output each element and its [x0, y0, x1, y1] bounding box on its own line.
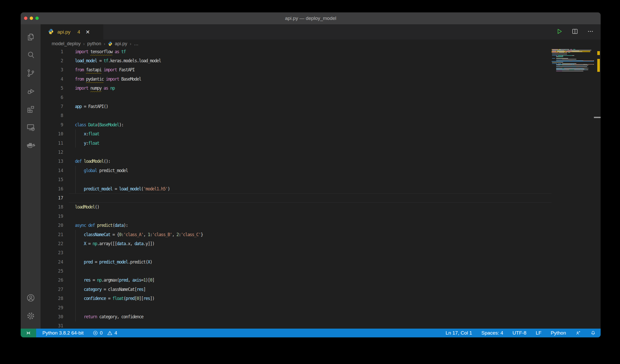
code-line-1[interactable]: 1import tensorflow as tf [41, 48, 601, 56]
code-line-23[interactable]: 23 [41, 248, 601, 257]
run-debug-icon[interactable] [21, 82, 41, 100]
close-window-button[interactable] [24, 17, 27, 20]
code-line-21[interactable]: 21 classNameCat = {0:'class_A', 1:'class… [41, 230, 601, 239]
encoding-setting[interactable]: UTF-8 [513, 330, 526, 336]
line-number: 15 [41, 177, 75, 182]
line-number: 8 [41, 113, 75, 118]
tab-api-py[interactable]: api.py 4 ✕ [41, 24, 103, 40]
code-line-6[interactable]: 6 [41, 93, 601, 102]
eol-setting[interactable]: LF [536, 330, 541, 336]
language-mode[interactable]: Python [551, 330, 566, 336]
run-button[interactable] [556, 28, 563, 36]
remote-indicator[interactable] [21, 329, 36, 337]
line-number: 16 [41, 186, 75, 191]
code-line-28[interactable]: 28 confidence = float(pred[0][res]) [41, 294, 601, 303]
window-title: api.py — deploy_model [21, 12, 601, 24]
code-line-26[interactable]: 26 res = np.argmax(pred, axis=1)[0] [41, 276, 601, 285]
breadcrumb-item-apipy[interactable]: api.py [108, 41, 127, 47]
line-number: 1 [41, 49, 75, 54]
breadcrumb-separator: › [83, 41, 85, 47]
docker-icon[interactable] [21, 136, 41, 154]
breadcrumb[interactable]: model_deploy›python› api.py›… [41, 40, 601, 48]
notifications-bell-icon[interactable] [590, 330, 596, 336]
code-line-16[interactable]: 16 predict_model = load_model('model1.h5… [41, 184, 601, 193]
overview-ruler [594, 48, 601, 329]
breadcrumb-item-python[interactable]: python [87, 41, 101, 47]
indentation-setting[interactable]: Spaces: 4 [481, 330, 503, 336]
code-line-24[interactable]: 24 pred = predict_model.predict(X) [41, 257, 601, 266]
line-number: 22 [41, 241, 75, 246]
tab-problems-badge: 4 [78, 29, 80, 35]
minimap[interactable] [552, 48, 601, 329]
code-line-18[interactable]: 18loadModel() [41, 203, 601, 212]
line-number: 14 [41, 168, 75, 173]
line-number: 28 [41, 296, 75, 301]
code-line-13[interactable]: 13def loadModel(): [41, 157, 601, 166]
line-number: 25 [41, 268, 75, 274]
explorer-icon[interactable] [21, 28, 41, 46]
breadcrumb-separator: › [104, 41, 105, 47]
code-line-15[interactable]: 15 [41, 175, 601, 184]
account-icon[interactable] [21, 289, 41, 307]
line-number: 6 [41, 95, 75, 100]
warning-count: 4 [114, 330, 117, 336]
scrollbar-mark [594, 117, 601, 118]
code-line-7[interactable]: 7app = FastAPI() [41, 102, 601, 111]
zoom-window-button[interactable] [35, 17, 39, 20]
line-number: 9 [41, 122, 75, 127]
status-bar: Python 3.8.2 64-bit 0 4 Ln 17, Col 1 Spa… [21, 329, 601, 337]
split-editor-icon[interactable] [571, 28, 578, 36]
warning-ruler-mark [597, 59, 600, 72]
code-line-17[interactable]: 17 [41, 193, 601, 202]
warning-icon [107, 330, 113, 336]
code-line-20[interactable]: 20async def predict(data): [41, 221, 601, 230]
line-number: 29 [41, 305, 75, 310]
editor[interactable]: 1import tensorflow as tf2load_model = tf… [41, 48, 601, 329]
line-number: 3 [41, 67, 75, 72]
source-control-icon[interactable] [21, 64, 41, 82]
code-line-27[interactable]: 27 category = classNameCat[res] [41, 285, 601, 294]
remote-explorer-icon[interactable] [21, 118, 41, 136]
activity-bar [21, 24, 41, 329]
code-line-2[interactable]: 2load_model = tf.keras.models.load_model [41, 56, 601, 65]
tab-bar: api.py 4 ✕ [41, 24, 601, 40]
code-line-9[interactable]: 9class Data(BaseModel): [41, 120, 601, 129]
line-number: 4 [41, 76, 75, 82]
code-lines: 1import tensorflow as tf2load_model = tf… [41, 48, 601, 329]
vscode-window: api.py — deploy_model [21, 12, 601, 337]
feedback-icon[interactable] [575, 330, 581, 336]
minimize-window-button[interactable] [30, 17, 33, 20]
error-icon [92, 330, 98, 336]
breadcrumb-item-[interactable]: … [134, 41, 138, 47]
search-icon[interactable] [21, 46, 41, 64]
python-file-icon [48, 28, 54, 36]
code-line-11[interactable]: 11 y:float [41, 138, 601, 148]
python-interpreter[interactable]: Python 3.8.2 64-bit [42, 330, 84, 336]
code-line-4[interactable]: 4from pydantic import BaseModel [41, 74, 601, 83]
code-line-14[interactable]: 14 global predict_model [41, 166, 601, 175]
line-number: 23 [41, 250, 75, 255]
tab-label: api.py [57, 29, 71, 35]
code-line-3[interactable]: 3from fastapi import FastAPI [41, 65, 601, 74]
tab-close-icon[interactable]: ✕ [86, 29, 90, 35]
code-line-19[interactable]: 19 [41, 212, 601, 221]
problems-indicator[interactable]: 0 4 [92, 330, 117, 336]
cursor-position[interactable]: Ln 17, Col 1 [446, 330, 472, 336]
line-number: 2 [41, 58, 75, 63]
settings-gear-icon[interactable] [21, 307, 41, 325]
line-number: 18 [41, 204, 75, 210]
breadcrumb-item-modeldeploy[interactable]: model_deploy [52, 41, 81, 47]
code-line-25[interactable]: 25 [41, 266, 601, 275]
code-line-12[interactable]: 12 [41, 148, 601, 157]
code-line-31[interactable]: 31 [41, 321, 601, 329]
code-line-5[interactable]: 5import numpy as np [41, 84, 601, 93]
code-line-30[interactable]: 30 return category, confidence [41, 312, 601, 321]
code-line-22[interactable]: 22 X = np.array([[data.x, data.y]]) [41, 239, 601, 248]
more-actions-icon[interactable] [587, 28, 594, 36]
extensions-icon[interactable] [21, 100, 41, 118]
code-line-29[interactable]: 29 [41, 303, 601, 312]
code-line-8[interactable]: 8 [41, 111, 601, 120]
code-line-10[interactable]: 10 x:float [41, 129, 601, 138]
line-number: 27 [41, 287, 75, 292]
line-number: 20 [41, 223, 75, 228]
